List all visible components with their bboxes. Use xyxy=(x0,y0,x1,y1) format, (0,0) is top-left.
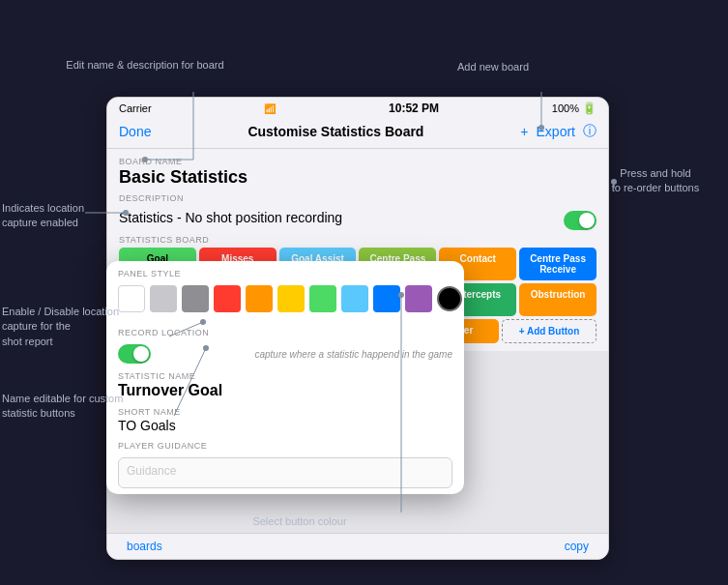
status-bar: Carrier 📶 10:52 PM 100% 🔋 xyxy=(107,98,608,119)
carrier-label: Carrier xyxy=(119,102,152,114)
guidance-placeholder: Guidance xyxy=(127,464,176,478)
swatch-black[interactable] xyxy=(437,286,462,311)
board-name-label: BOARD NAME xyxy=(119,157,597,166)
add-button[interactable]: + Add Button xyxy=(502,319,597,343)
description-toggle[interactable] xyxy=(564,211,597,230)
player-guidance-field: PLAYER GUIDANCE xyxy=(106,439,464,457)
swatch-yellow[interactable] xyxy=(277,285,305,312)
panel-overlay: PANEL STYLE RECORD LOCATION capture wher… xyxy=(106,261,464,494)
description-label: DESCRIPTION xyxy=(119,193,184,203)
bottom-tabs: boards copy xyxy=(107,533,608,559)
stats-board-label: STATISTICS BOARD xyxy=(119,235,597,245)
swatch-green[interactable] xyxy=(309,285,336,312)
export-button[interactable]: Export xyxy=(537,124,575,139)
panel-style-label: PANEL STYLE xyxy=(106,261,464,281)
copy-tab[interactable]: copy xyxy=(565,540,589,553)
swatch-gray[interactable] xyxy=(182,285,209,312)
nav-bar: Done Customise Statistics Board + Export… xyxy=(107,119,608,149)
guidance-input[interactable]: Guidance xyxy=(118,457,452,488)
annotation-name-editable: Name editable for customstatistic button… xyxy=(2,392,171,422)
centre-pass-receive-button[interactable]: Centre Pass Receive xyxy=(519,248,597,280)
board-name-value: Basic Statistics xyxy=(119,167,597,188)
player-guidance-label: PLAYER GUIDANCE xyxy=(118,441,452,451)
swatch-orange[interactable] xyxy=(246,285,273,312)
annotation-enable-disable: Enable / Disable locationcapture for the… xyxy=(2,305,166,349)
swatch-purple[interactable] xyxy=(405,285,432,312)
annotation-edit-name: Edit name & description for board xyxy=(66,58,223,73)
info-button[interactable]: ⓘ xyxy=(583,123,597,140)
swatch-blue[interactable] xyxy=(373,285,400,312)
record-location-hint: capture where a statistic happend in the… xyxy=(254,349,452,360)
battery-indicator: 100% 🔋 xyxy=(552,102,597,115)
description-value: Statistics - No shot position recording xyxy=(119,210,342,225)
nav-right-actions: + Export ⓘ xyxy=(520,123,597,140)
add-board-button[interactable]: + xyxy=(520,124,528,139)
nav-title: Customise Statistics Board xyxy=(248,124,423,139)
time-label: 10:52 PM xyxy=(389,102,439,115)
annotation-select-colour: Select button colour xyxy=(252,514,346,529)
annotation-location-enabled: Indicates locationcapture enabled xyxy=(2,201,101,231)
done-button[interactable]: Done xyxy=(119,124,151,139)
boards-tab[interactable]: boards xyxy=(127,540,162,553)
swatch-teal[interactable] xyxy=(341,285,368,312)
annotation-press-hold: Press and holdto re-order buttons xyxy=(593,166,718,196)
swatch-red[interactable] xyxy=(214,285,241,312)
description-row: DESCRIPTION xyxy=(119,193,597,204)
annotation-add-board: Add new board xyxy=(457,60,529,74)
obstruction-button[interactable]: Obstruction xyxy=(519,283,597,316)
statistic-name-label: STATISTIC NAME xyxy=(118,371,452,381)
